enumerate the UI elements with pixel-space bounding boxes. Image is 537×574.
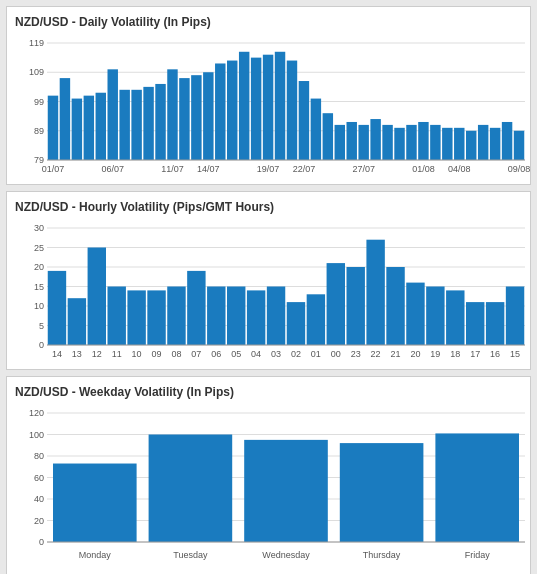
bar-0 <box>48 271 66 345</box>
svg-text:Wednesday: Wednesday <box>262 550 310 560</box>
bar-4 <box>127 290 145 345</box>
svg-text:11: 11 <box>112 349 122 359</box>
bar-32 <box>430 125 440 160</box>
bar-13 <box>203 72 213 160</box>
svg-text:01: 01 <box>311 349 321 359</box>
bar-15 <box>227 61 237 160</box>
svg-text:05: 05 <box>231 349 241 359</box>
bar-2 <box>72 99 82 160</box>
bar-weekday-1 <box>149 435 233 543</box>
svg-text:109: 109 <box>29 67 44 77</box>
svg-text:89: 89 <box>34 126 44 136</box>
svg-text:Tuesday: Tuesday <box>173 550 208 560</box>
svg-text:07: 07 <box>191 349 201 359</box>
bar-19 <box>275 52 285 160</box>
svg-text:06/07: 06/07 <box>101 164 124 174</box>
bar-31 <box>418 122 428 160</box>
bar-12 <box>191 75 201 160</box>
svg-text:40: 40 <box>34 494 44 504</box>
bar-11 <box>179 78 189 160</box>
svg-text:27/07: 27/07 <box>352 164 375 174</box>
bar-4 <box>96 93 106 160</box>
svg-text:21: 21 <box>391 349 401 359</box>
bar-25 <box>347 122 357 160</box>
bar-9 <box>155 84 165 160</box>
bar-26 <box>358 125 368 160</box>
bar-weekday-2 <box>244 440 328 542</box>
bar-18 <box>406 283 424 345</box>
svg-text:04: 04 <box>251 349 261 359</box>
chart3-title: NZD/USD - Weekday Volatility (In Pips) <box>15 385 522 399</box>
chart2-area: 0510152025301413121110090807060504030201… <box>15 220 522 365</box>
svg-text:99: 99 <box>34 97 44 107</box>
bar-38 <box>502 122 512 160</box>
svg-text:119: 119 <box>29 38 44 48</box>
svg-text:08: 08 <box>171 349 181 359</box>
svg-text:20: 20 <box>34 262 44 272</box>
bar-24 <box>335 125 345 160</box>
svg-text:Friday: Friday <box>465 550 491 560</box>
svg-text:00: 00 <box>331 349 341 359</box>
bar-6 <box>167 287 185 346</box>
bar-weekday-3 <box>340 443 424 542</box>
bar-17 <box>386 267 404 345</box>
bar-9 <box>227 287 245 346</box>
svg-text:Thursday: Thursday <box>363 550 401 560</box>
bar-10 <box>167 69 177 160</box>
bar-35 <box>466 131 476 160</box>
svg-text:18: 18 <box>450 349 460 359</box>
bar-22 <box>311 99 321 160</box>
svg-text:19: 19 <box>430 349 440 359</box>
bar-12 <box>287 302 305 345</box>
bar-14 <box>215 63 225 160</box>
bar-33 <box>442 128 452 160</box>
svg-text:14: 14 <box>52 349 62 359</box>
svg-text:120: 120 <box>29 408 44 418</box>
bar-5 <box>108 69 118 160</box>
chart3-area: 020406080100120MondayTuesdayWednesdayThu… <box>15 405 522 570</box>
bar-28 <box>382 125 392 160</box>
svg-text:16: 16 <box>490 349 500 359</box>
chart1-area: 79899910911901/0706/0711/0714/0719/0722/… <box>15 35 522 180</box>
svg-text:09/08: 09/08 <box>508 164 530 174</box>
svg-text:10: 10 <box>34 301 44 311</box>
svg-text:0: 0 <box>39 340 44 350</box>
bar-19 <box>426 287 444 346</box>
bar-27 <box>370 119 380 160</box>
bar-14 <box>327 263 345 345</box>
weekday-volatility-chart: NZD/USD - Weekday Volatility (In Pips) 0… <box>6 376 531 574</box>
bar-7 <box>187 271 205 345</box>
bar-16 <box>239 52 249 160</box>
bar-8 <box>143 87 153 160</box>
svg-text:23: 23 <box>351 349 361 359</box>
svg-text:100: 100 <box>29 430 44 440</box>
bar-23 <box>323 113 333 160</box>
svg-text:20: 20 <box>34 516 44 526</box>
bar-7 <box>131 90 141 160</box>
bar-29 <box>394 128 404 160</box>
bar-0 <box>48 96 58 160</box>
svg-text:06: 06 <box>211 349 221 359</box>
bar-21 <box>299 81 309 160</box>
svg-text:03: 03 <box>271 349 281 359</box>
daily-volatility-chart: NZD/USD - Daily Volatility (In Pips) 798… <box>6 6 531 185</box>
svg-text:14/07: 14/07 <box>197 164 220 174</box>
svg-text:12: 12 <box>92 349 102 359</box>
chart2-title: NZD/USD - Hourly Volatility (Pips/GMT Ho… <box>15 200 522 214</box>
bar-20 <box>446 290 464 345</box>
bar-8 <box>207 287 225 346</box>
svg-text:19/07: 19/07 <box>257 164 280 174</box>
bar-39 <box>514 131 524 160</box>
svg-text:22/07: 22/07 <box>293 164 316 174</box>
bar-37 <box>490 128 500 160</box>
svg-text:15: 15 <box>34 282 44 292</box>
bar-30 <box>406 125 416 160</box>
svg-text:13: 13 <box>72 349 82 359</box>
svg-text:60: 60 <box>34 473 44 483</box>
svg-text:02: 02 <box>291 349 301 359</box>
svg-text:17: 17 <box>470 349 480 359</box>
bar-1 <box>60 78 70 160</box>
svg-text:01/08: 01/08 <box>412 164 435 174</box>
bar-13 <box>307 294 325 345</box>
bar-23 <box>506 287 524 346</box>
